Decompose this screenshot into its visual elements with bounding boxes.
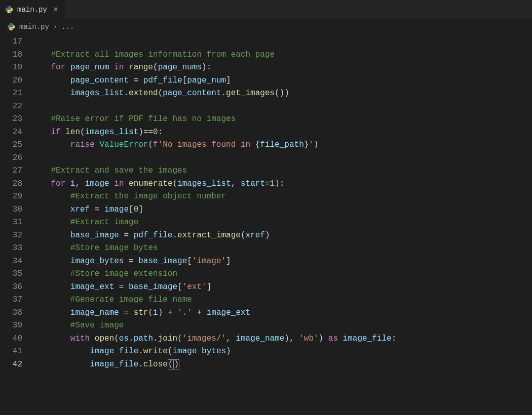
code-line[interactable]: image_bytes = base_image['image'] [31,255,532,268]
code-line[interactable]: image_ext = base_image['ext'] [31,281,532,294]
line-number: 19 [0,61,31,74]
code-line[interactable]: #Extract the image object number [31,190,532,203]
code-line[interactable]: image_file.write(image_bytes) [31,345,532,358]
code-line[interactable]: raise ValueError(f'No images found in {f… [31,139,532,152]
line-number: 38 [0,307,31,320]
code-line[interactable]: xref = image[0] [31,203,532,217]
line-number: 22 [0,100,31,113]
code-line[interactable]: #Extract and save the images [31,164,532,178]
line-number: 35 [0,268,31,281]
code-line[interactable]: with open(os.path.join('images/', image_… [31,333,532,346]
line-number: 26 [0,152,31,165]
code-line[interactable]: image_file.close() [31,358,532,371]
code-line[interactable]: #Extract all images information from eac… [31,49,532,62]
line-number: 18 [0,49,31,62]
line-number: 34 [0,255,31,268]
line-number: 29 [0,190,31,203]
close-icon[interactable]: × [51,6,60,14]
code-line[interactable]: #Store image bytes [31,242,532,255]
line-number: 36 [0,281,31,294]
code-line[interactable]: #Generate image file name [31,294,532,307]
code-area[interactable]: #Extract all images information from eac… [31,34,532,415]
breadcrumb-ellipsis[interactable]: ... [61,23,74,31]
line-number: 42 [0,358,31,371]
line-number: 24 [0,126,31,139]
code-line[interactable]: for i, image in enumerate(images_list, s… [31,178,532,191]
line-number: 33 [0,242,31,255]
line-number: 37 [0,294,31,307]
line-number: 40 [0,333,31,346]
tab-file-name: main.py [17,6,47,14]
code-line[interactable] [31,100,532,113]
code-line[interactable]: #Raise error if PDF file has no images [31,113,532,126]
line-number: 23 [0,113,31,126]
breadcrumb-file[interactable]: main.py [19,23,49,31]
editor[interactable]: 1718192021222324252627282930313233343536… [0,34,532,415]
line-number: 21 [0,87,31,100]
line-number: 30 [0,203,31,217]
code-line[interactable]: images_list.extend(page_content.get_imag… [31,87,532,100]
code-line[interactable]: #Save image [31,319,532,333]
chevron-right-icon: › [53,23,57,31]
code-line[interactable]: #Extract image [31,216,532,229]
code-line[interactable] [31,152,532,165]
line-number: 17 [0,35,31,49]
line-number: 25 [0,139,31,152]
code-line[interactable] [31,35,532,49]
code-line[interactable]: image_name = str(i) + '.' + image_ext [31,307,532,320]
line-number: 41 [0,345,31,358]
line-number: 32 [0,229,31,242]
code-line[interactable]: for page_num in range(page_nums): [31,61,532,74]
line-number-gutter: 1718192021222324252627282930313233343536… [0,34,31,415]
line-number: 20 [0,74,31,88]
breadcrumb: main.py › ... [0,19,532,34]
code-line[interactable]: if len(images_list)==0: [31,126,532,139]
code-line[interactable]: #Store image extension [31,268,532,281]
line-number: 31 [0,216,31,229]
line-number: 39 [0,319,31,333]
code-line[interactable]: base_image = pdf_file.extract_image(xref… [31,229,532,242]
line-number: 28 [0,178,31,191]
code-line[interactable]: page_content = pdf_file[page_num] [31,74,532,88]
python-icon [5,6,13,14]
line-number: 27 [0,164,31,178]
tab-bar: main.py × [0,0,532,19]
tab-main-py[interactable]: main.py × [0,0,66,19]
python-icon [7,23,15,31]
